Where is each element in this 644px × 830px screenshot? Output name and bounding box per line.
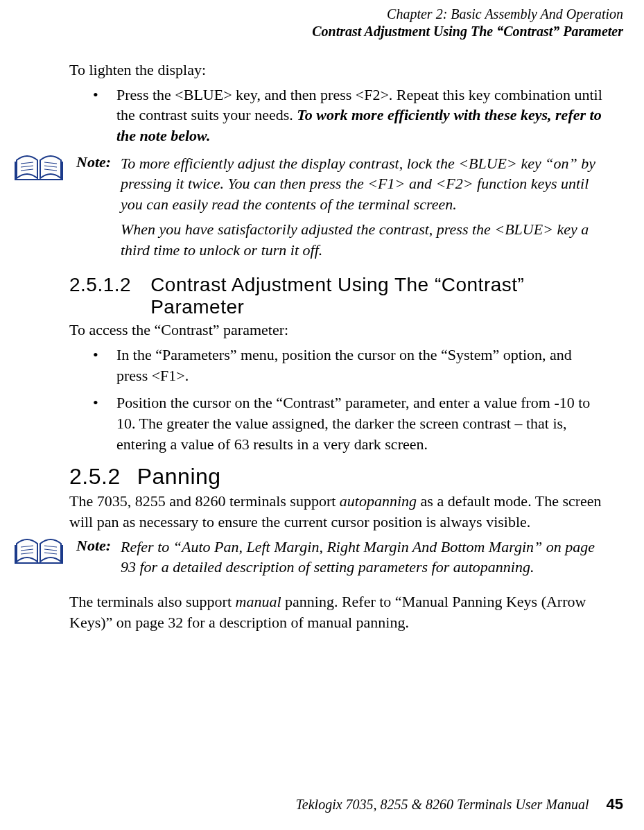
page: Chapter 2: Basic Assembly And Operation … xyxy=(0,0,644,830)
bullet-icon: • xyxy=(69,392,116,454)
note-label: Note: xyxy=(76,537,121,555)
footer-title: Teklogix 7035, 8255 & 8260 Terminals Use… xyxy=(296,797,589,812)
page-number: 45 xyxy=(607,795,623,813)
note-body: To more efficiently adjust the display c… xyxy=(121,153,602,264)
note-block: Note: Refer to “Auto Pan, Left Margin, R… xyxy=(69,537,602,582)
bullet-list-contrast: • In the “Parameters” menu, position the… xyxy=(69,345,602,454)
heading-number: 2.5.2 xyxy=(69,464,121,490)
header-chapter: Chapter 2: Basic Assembly And Operation xyxy=(0,6,623,23)
bullet-text: In the “Parameters” menu, position the c… xyxy=(116,345,602,386)
note-text: Refer to “Auto Pan, Left Margin, Right M… xyxy=(121,537,602,578)
panning-para: The 7035, 8255 and 8260 terminals suppor… xyxy=(69,491,602,532)
note-p2: When you have satisfactorily adjusted th… xyxy=(121,219,602,260)
bullet-icon: • xyxy=(69,85,116,146)
note-p1: To more efficiently adjust the display c… xyxy=(121,153,602,215)
list-item: • In the “Parameters” menu, position the… xyxy=(69,345,602,386)
heading-title: Panning xyxy=(137,464,221,490)
intro-lighten: To lighten the display: xyxy=(69,60,602,80)
note-label: Note: xyxy=(76,153,121,171)
manual-pre: The terminals also support xyxy=(69,593,236,610)
content-area: To lighten the display: • Press the <BLU… xyxy=(69,60,602,637)
header-section: Contrast Adjustment Using The “Contrast”… xyxy=(0,23,623,40)
book-icon xyxy=(14,153,76,185)
list-item: • Position the cursor on the “Contrast” … xyxy=(69,392,602,454)
note-block: Note: To more efficiently adjust the dis… xyxy=(69,153,602,264)
bullet-text: Position the cursor on the “Contrast” pa… xyxy=(116,392,602,454)
heading-number: 2.5.1.2 xyxy=(69,274,131,318)
note-body: Refer to “Auto Pan, Left Margin, Right M… xyxy=(121,537,602,582)
access-para: To access the “Contrast” parameter: xyxy=(69,320,602,340)
manual-em: manual xyxy=(236,593,281,610)
heading-2512: 2.5.1.2 Contrast Adjustment Using The “C… xyxy=(69,274,602,318)
panning-em: autopanning xyxy=(340,492,417,510)
list-item: • Press the <BLUE> key, and then press <… xyxy=(69,85,602,146)
manual-para: The terminals also support manual pannin… xyxy=(69,591,602,632)
heading-252: 2.5.2 Panning xyxy=(69,464,602,490)
heading-title: Contrast Adjustment Using The “Contrast”… xyxy=(150,274,602,318)
bullet-text: Press the <BLUE> key, and then press <F2… xyxy=(116,85,602,146)
page-footer: Teklogix 7035, 8255 & 8260 Terminals Use… xyxy=(296,795,623,813)
panning-pre: The 7035, 8255 and 8260 terminals suppor… xyxy=(69,492,340,510)
bullet-icon: • xyxy=(69,345,116,386)
page-header: Chapter 2: Basic Assembly And Operation … xyxy=(0,6,623,40)
bullet-list-lighten: • Press the <BLUE> key, and then press <… xyxy=(69,85,602,146)
book-icon xyxy=(14,537,76,569)
